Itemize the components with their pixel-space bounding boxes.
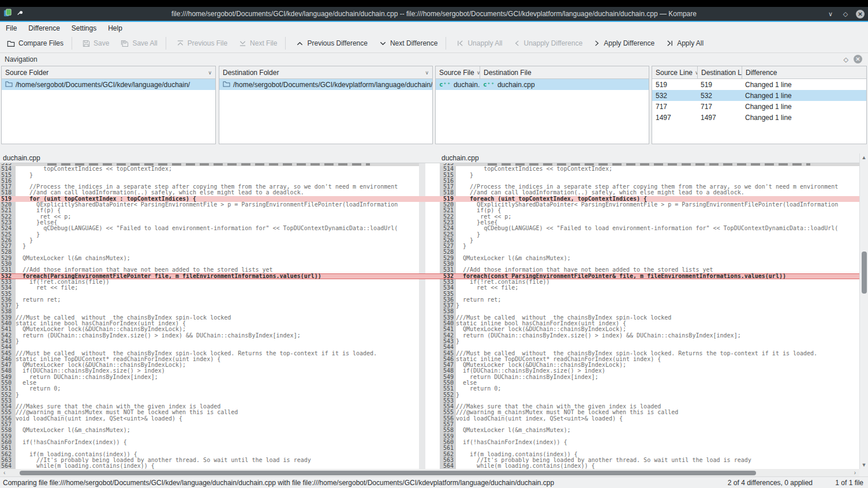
code-text: QMutexLocker lock(&DUChain::chainsByInde… [16, 326, 419, 332]
source-file-header[interactable]: Source File ∨ [436, 66, 480, 78]
maximize-button[interactable]: ◇ [841, 9, 850, 18]
toolbar-button-label: Unapply All [467, 39, 502, 47]
left-code-line-539: 539///Must be called _without_ the chain… [0, 315, 419, 321]
diff-view-header: duchain.cpp duchain.cpp [0, 153, 859, 163]
difference-row-519[interactable]: 519519Changed 1 line [652, 79, 866, 90]
dock-close-icon[interactable]: ✕ [854, 55, 862, 63]
vertical-scrollbar-handle[interactable] [862, 251, 867, 294]
code-text [456, 261, 859, 267]
code-text: } [16, 172, 419, 178]
right-code-line-559: 559 [440, 434, 859, 440]
difference-cell: Changed 1 line [742, 90, 866, 101]
difference-row-1497[interactable]: 14971497Changed 1 line [652, 112, 866, 123]
destination-line-header[interactable]: Destination Line [697, 66, 742, 78]
scroll-down-icon[interactable]: ▼ [860, 462, 868, 468]
menu-file[interactable]: File [0, 23, 23, 33]
code-text: } [456, 339, 859, 344]
difference-header[interactable]: Difference [742, 66, 866, 78]
left-code-line-550: 550 else [0, 380, 419, 386]
code-text: } [16, 339, 419, 344]
destination-file-header[interactable]: Destination File [480, 66, 649, 78]
dock-float-icon[interactable]: ◇ [844, 56, 848, 63]
scroll-up-icon[interactable]: ▲ [860, 155, 868, 160]
left-code-line-537: 537} [0, 303, 419, 309]
difference-row-532[interactable]: 532532Changed 1 line [652, 90, 866, 101]
source-code-pane[interactable]: 513514 topContextIndices << topContextIn… [0, 163, 419, 469]
right-code-line-560: 560 if(!hasChainForIndex(index)) { [440, 440, 859, 445]
files-pane: Source File ∨ Destination File c⁺⁺ ducha… [435, 66, 649, 144]
code-text [456, 249, 859, 255]
source-folder-header[interactable]: Source Folder ∨ [2, 66, 215, 78]
left-code-line-534: 534 ret << file; [0, 285, 419, 291]
difference-row-717[interactable]: 717717Changed 1 line [652, 101, 866, 112]
pin-icon[interactable] [17, 10, 24, 18]
minimize-button[interactable]: ∨ [826, 9, 835, 18]
previous-difference-button[interactable]: Previous Difference [291, 36, 372, 51]
left-code-line-556: 556void loadChain(uint index, QSet<uint>… [0, 416, 419, 422]
right-code-line-530: 530 [440, 261, 859, 267]
toolbar-separator [285, 37, 286, 50]
right-code-line-544: 544 [440, 344, 859, 350]
left-code-line-532: 532 foreach(ParsingEnvironmentFilePointe… [0, 273, 419, 279]
close-button[interactable]: ✕ [856, 10, 865, 18]
unapply-diff-icon [514, 40, 520, 47]
navigation-dock-header: Navigation ◇ ✕ [0, 53, 868, 66]
code-text: QMutexLocker l(&m_chainsMutex); [16, 256, 419, 261]
right-code-line-549: 549 return DUChain::chainsByIndex[index]… [440, 374, 859, 380]
vertical-scrollbar[interactable]: ▲ ▼ [859, 153, 868, 469]
code-text: for (uint topContextIndex : topContextIn… [16, 196, 419, 202]
destination-folder-header[interactable]: Destination Folder ∨ [219, 66, 432, 78]
toolbar-separator [72, 37, 72, 50]
code-text: ///Must be called _without_ the chainsBy… [16, 315, 419, 321]
destination-folder-path: /home/sergobot/Documents/GCI/kdevplatfor… [233, 81, 432, 89]
file-row[interactable]: c⁺⁺ duchain.c... c⁺⁺ duchain.cpp [436, 79, 649, 90]
source-line-header[interactable]: Source Line ∨ [652, 66, 697, 78]
code-text: }else{ [456, 220, 859, 226]
status-files: 1 of 1 file [835, 479, 863, 487]
right-code-line-564: 564 while(m_loading.contains(index)) { [440, 463, 859, 469]
apply-difference-button[interactable]: Apply Difference [589, 36, 659, 51]
cpp-file-icon: c⁺⁺ [483, 81, 495, 88]
left-code-line-525: 525 } [0, 232, 419, 238]
menu-help[interactable]: Help [102, 23, 128, 33]
next-difference-button[interactable]: Next Difference [375, 36, 442, 51]
diff-view[interactable]: 513514 topContextIndices << topContextIn… [0, 163, 859, 469]
left-code-line-560: 560 if(!hasChainForIndex(index)) { [0, 440, 419, 445]
compare-files-button[interactable]: Compare Files [2, 36, 68, 51]
left-code-line-536: 536 return ret; [0, 297, 419, 303]
horizontal-scrollbar-handle[interactable] [20, 471, 756, 475]
toolbar-button-label: Save All [132, 39, 157, 47]
scroll-right-icon[interactable]: › [854, 469, 856, 476]
code-text: //and can call loadInformation(..) safel… [16, 190, 419, 196]
code-text [456, 445, 859, 451]
code-text: ///@warning m_chainsMutex must NOT be lo… [16, 410, 419, 415]
right-file-title: duchain.cpp [442, 154, 479, 162]
save-icon [83, 40, 90, 47]
code-text: //Process the indices in a separate step… [456, 184, 859, 190]
code-text: static inline bool hasChainForIndex(uint… [456, 321, 859, 326]
scroll-left-icon[interactable]: ‹ [3, 469, 5, 476]
code-text: //Add those information that have not be… [456, 267, 859, 273]
right-code-line-561: 561 [440, 445, 859, 451]
destination-code-pane[interactable]: 513514 topContextIndices << topContextIn… [440, 163, 859, 469]
apply-all-button[interactable]: Apply All [661, 36, 708, 51]
toolbar-button-label: Next File [250, 39, 277, 47]
menu-settings[interactable]: Settings [66, 23, 102, 33]
source-folder-row[interactable]: /home/sergobot/Documents/GCI/kdev/langua… [2, 79, 215, 90]
left-code-line-520: 520 QExplicitlySharedDataPointer< Parsin… [0, 202, 419, 208]
right-code-line-534: 534 ret << file; [440, 285, 859, 291]
menu-difference[interactable]: Difference [23, 23, 65, 33]
connector-band-532 [419, 273, 440, 279]
code-text [456, 309, 859, 314]
right-code-line-532: 532 foreach(const ParsingEnvironmentFile… [440, 273, 859, 279]
code-text: return ret; [16, 297, 419, 303]
horizontal-scrollbar[interactable]: ‹ › [0, 469, 859, 476]
code-text: while(m_loading.contains(index)) { [16, 463, 419, 469]
screen: file:///home/sergobot/Documents/GCI/kdev… [0, 0, 868, 488]
code-text [16, 434, 419, 440]
line-number: 561 [0, 445, 16, 451]
difference-cell: Changed 1 line [742, 112, 866, 123]
next-diff-icon [379, 40, 387, 47]
code-text [16, 422, 419, 427]
destination-folder-row[interactable]: /home/sergobot/Documents/GCI/kdevplatfor… [219, 79, 432, 90]
